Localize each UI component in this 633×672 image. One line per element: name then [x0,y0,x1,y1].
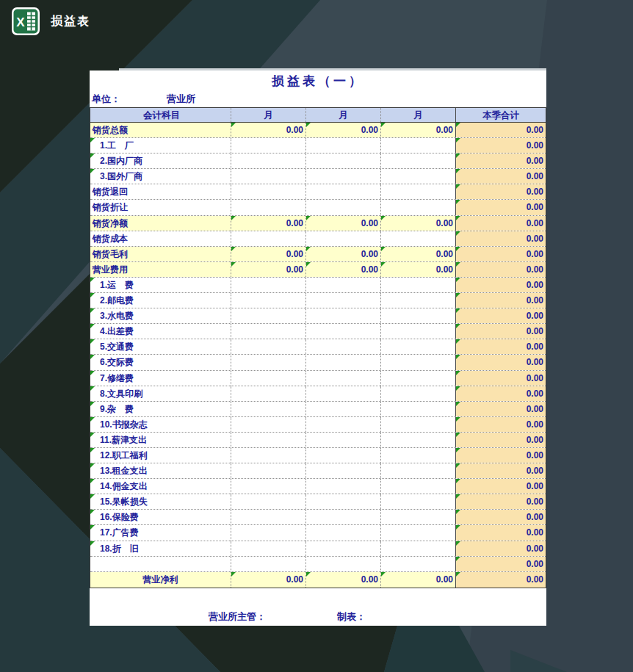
month3-cell[interactable] [381,402,456,416]
month2-cell[interactable] [306,308,381,323]
account-cell[interactable]: 15.呆帐损失 [90,494,231,509]
month2-cell[interactable]: 0.00 [306,123,381,137]
month3-cell[interactable] [381,541,456,556]
month1-cell[interactable] [231,339,306,354]
month1-cell[interactable] [231,494,306,509]
total-cell[interactable]: 0.00 [456,308,546,323]
month1-cell[interactable]: 0.00 [231,247,306,261]
month2-cell[interactable] [306,293,381,308]
month3-cell[interactable] [381,386,456,401]
month1-cell[interactable] [231,541,306,556]
month3-cell[interactable]: 0.00 [381,262,456,277]
month1-cell[interactable] [231,479,306,494]
month1-cell[interactable]: 0.00 [231,262,306,277]
month3-cell[interactable] [381,138,456,153]
month2-cell[interactable] [306,386,381,401]
total-cell[interactable]: 0.00 [456,371,546,386]
month3-cell[interactable] [381,355,456,369]
total-cell[interactable]: 0.00 [456,293,546,308]
month1-cell[interactable] [231,278,306,292]
month3-cell[interactable] [381,169,456,184]
month3-cell[interactable] [381,417,456,432]
month3-cell[interactable] [381,278,456,292]
month2-cell[interactable]: 0.00 [306,216,381,231]
month1-cell[interactable] [231,371,306,386]
total-cell[interactable]: 0.00 [456,247,546,261]
account-cell[interactable]: 销货退回 [90,184,231,199]
total-cell[interactable]: 0.00 [456,448,546,463]
month3-cell[interactable] [381,200,456,214]
account-cell[interactable]: 4.出差费 [90,324,231,339]
month3-cell[interactable] [381,479,456,494]
total-cell[interactable]: 0.00 [456,494,546,509]
month3-cell[interactable] [381,371,456,386]
month2-cell[interactable] [306,153,381,168]
month3-cell[interactable] [381,448,456,463]
account-cell[interactable]: 9.杂 费 [90,402,231,416]
account-cell[interactable]: 14.佣金支出 [90,479,231,494]
month2-cell[interactable] [306,541,381,556]
account-cell[interactable]: 营业净利 [90,572,231,588]
total-cell[interactable]: 0.00 [456,433,546,447]
month2-cell[interactable] [306,463,381,478]
month1-cell[interactable] [231,138,306,153]
month2-cell[interactable] [306,371,381,386]
total-cell[interactable]: 0.00 [456,231,546,246]
account-cell[interactable]: 17.广告费 [90,525,231,540]
account-cell[interactable]: 5.交通费 [90,339,231,354]
account-cell[interactable]: 销货总额 [90,123,231,137]
month2-cell[interactable] [306,510,381,524]
month2-cell[interactable] [306,402,381,416]
month1-cell[interactable] [231,308,306,323]
month3-cell[interactable]: 0.00 [381,247,456,261]
month1-cell[interactable] [231,200,306,214]
account-cell[interactable]: 13.租金支出 [90,463,231,478]
excel-icon[interactable]: X [12,7,40,35]
account-cell[interactable]: 1.运 费 [90,278,231,292]
total-cell[interactable]: 0.00 [456,479,546,494]
account-cell[interactable]: 销货折让 [90,200,231,214]
month1-cell[interactable] [231,231,306,246]
month2-cell[interactable] [306,324,381,339]
total-cell[interactable]: 0.00 [456,557,546,571]
account-cell[interactable]: 6.交际费 [90,355,231,369]
month1-cell[interactable] [231,448,306,463]
total-cell[interactable]: 0.00 [456,216,546,231]
account-cell[interactable]: 18.折 旧 [90,541,231,556]
header-account[interactable]: 会计科目 [90,108,231,122]
month1-cell[interactable] [231,417,306,432]
total-cell[interactable]: 0.00 [456,402,546,416]
account-cell[interactable] [90,557,231,571]
total-cell[interactable]: 0.00 [456,138,546,153]
total-cell[interactable]: 0.00 [456,184,546,199]
month2-cell[interactable] [306,525,381,540]
month2-cell[interactable] [306,169,381,184]
month1-cell[interactable] [231,402,306,416]
month2-cell[interactable]: 0.00 [306,262,381,277]
total-cell[interactable]: 0.00 [456,355,546,369]
month3-cell[interactable] [381,231,456,246]
month2-cell[interactable] [306,479,381,494]
month3-cell[interactable] [381,184,456,199]
account-cell[interactable]: 销货净额 [90,216,231,231]
month2-cell[interactable] [306,184,381,199]
account-cell[interactable]: 销货毛利 [90,247,231,261]
month1-cell[interactable] [231,386,306,401]
month3-cell[interactable] [381,293,456,308]
month3-cell[interactable] [381,494,456,509]
month1-cell[interactable] [231,169,306,184]
total-cell[interactable]: 0.00 [456,386,546,401]
month1-cell[interactable] [231,153,306,168]
month3-cell[interactable] [381,153,456,168]
month2-cell[interactable] [306,494,381,509]
account-cell[interactable]: 2.邮电费 [90,293,231,308]
month2-cell[interactable] [306,278,381,292]
month3-cell[interactable] [381,525,456,540]
total-cell[interactable]: 0.00 [456,463,546,478]
total-cell[interactable]: 0.00 [456,510,546,524]
account-cell[interactable]: 1.工 厂 [90,138,231,153]
account-cell[interactable]: 11.薪津支出 [90,433,231,447]
month1-cell[interactable] [231,510,306,524]
month2-cell[interactable] [306,339,381,354]
total-cell[interactable]: 0.00 [456,417,546,432]
